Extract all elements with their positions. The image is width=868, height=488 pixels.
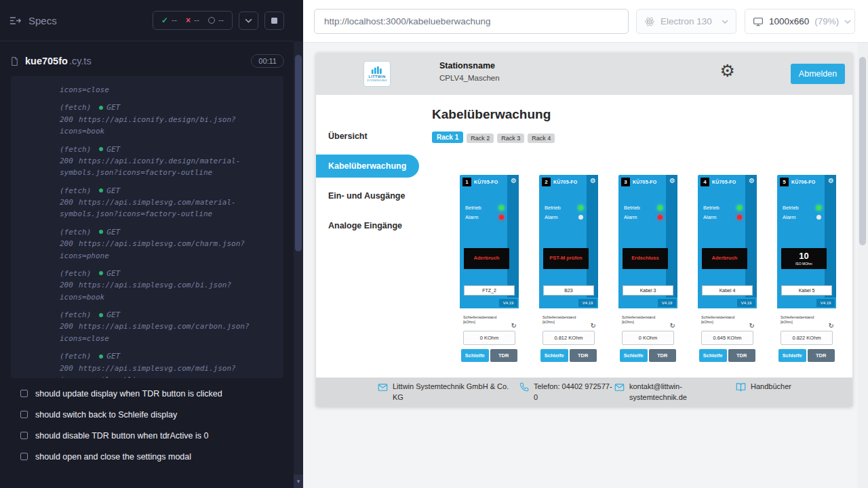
scroll-down-button[interactable]: ▾ (294, 474, 303, 488)
alarm-label: Alarm (465, 214, 479, 220)
schleife-button[interactable]: Schleife (461, 349, 489, 362)
alarm-led-row: Alarm (465, 214, 504, 220)
card-number: 4 (701, 178, 709, 186)
status-dot-icon (99, 271, 103, 275)
tdr-button[interactable]: TDR (728, 349, 756, 362)
collapse-button[interactable] (239, 12, 258, 30)
betrieb-led-row: Betrieb (545, 205, 583, 211)
run-stats[interactable]: ✓-- ×-- -- (153, 11, 233, 30)
command-log: icons=close (fetch)GET 200https://api.ic… (11, 76, 283, 378)
schleife-button[interactable]: Schleife (540, 349, 568, 362)
sidebar-menu-item[interactable]: Analoge Eingänge (316, 214, 419, 237)
log-entry[interactable]: (fetch)GET 200https://api.iconify.design… (60, 102, 275, 137)
log-entry[interactable]: (fetch)GET 200https://api.simplesvg.com/… (60, 268, 275, 303)
measurement-label: Schleifenwiderstand [kOhm] (542, 315, 588, 325)
logout-button[interactable]: Abmelden (791, 64, 845, 84)
cable-name: B23 (543, 285, 594, 296)
card-gear-icon[interactable]: ⚙ (590, 178, 596, 184)
test-item[interactable]: should update display when TDR button is… (0, 384, 294, 405)
refresh-icon[interactable]: ↻ (591, 323, 596, 329)
test-title: should disable TDR button when tdrActive… (35, 430, 208, 442)
footer-contact-item[interactable]: Littwin Systemtechnik GmbH & Co. KG (378, 382, 512, 403)
rack-tab[interactable]: Rack 3 (497, 134, 524, 143)
alarm-led (499, 215, 504, 220)
test-item[interactable]: should disable TDR button when tdrActive… (0, 426, 294, 447)
refresh-icon[interactable]: ↻ (749, 323, 755, 329)
test-item[interactable]: should switch back to Schleife display (0, 405, 294, 426)
measurement-value: 0 KOhm (463, 331, 515, 345)
browser-selector[interactable]: Electron 130 (636, 9, 736, 34)
footer-contact-item[interactable]: Handbücher (736, 382, 791, 392)
alarm-led (737, 215, 742, 220)
card-gear-icon[interactable]: ⚙ (828, 178, 834, 184)
left-scrollbar[interactable]: ▾ (294, 41, 303, 488)
card-gear-icon[interactable]: ⚙ (511, 178, 517, 184)
betrieb-label: Betrieb (465, 205, 481, 211)
tdr-button[interactable]: TDR (808, 349, 835, 362)
status-value: 10 (799, 251, 808, 260)
test-title: should switch back to Schleife display (35, 409, 177, 421)
footer-contact-item[interactable]: kontakt@littwin-systemtechnik.de (614, 382, 697, 403)
viewport-selector[interactable]: 1000x660 (79%) (745, 9, 855, 34)
schleife-button[interactable]: Schleife (620, 349, 648, 362)
log-entry[interactable]: (fetch)GET 200https://api.iconify.design… (60, 144, 275, 179)
rack-tab[interactable]: Rack 2 (467, 134, 494, 143)
footer-contact-item[interactable]: Telefon: 04402 972577-0 (519, 382, 614, 403)
log-entry[interactable]: (fetch)GET 200https://api.simplesvg.com/… (60, 185, 275, 220)
log-entry[interactable]: (fetch)GET 200https://api.simplesvg.com/… (60, 226, 275, 262)
sidebar-item-label: Ein- und Ausgänge (328, 191, 405, 201)
test-box-icon (20, 390, 28, 397)
card-gear-icon[interactable]: ⚙ (749, 178, 755, 184)
card-side-strip (666, 175, 677, 298)
chevron-down-icon (722, 20, 728, 24)
betrieb-led-row: Betrieb (703, 205, 742, 211)
page-scrollbar-thumb[interactable] (859, 57, 866, 245)
log-entry[interactable]: (fetch)GET 200https://api.simplesvg.com/… (60, 309, 275, 344)
specs-title: Specs (28, 15, 57, 26)
left-scrollbar-thumb[interactable] (295, 55, 302, 251)
refresh-icon[interactable]: ↻ (829, 323, 834, 329)
browser-toolbar: Electron 130 1000x660 (79%) (303, 0, 868, 43)
specs-toggle-icon[interactable] (9, 16, 22, 25)
tdr-button[interactable]: TDR (649, 349, 677, 362)
betrieb-led (658, 205, 663, 210)
firmware-version: V4.19 (737, 299, 755, 307)
specs-header: Specs ✓-- ×-- -- (0, 0, 294, 41)
station-block: Stationsname CPLV4_Maschen (439, 61, 500, 82)
card-gear-icon[interactable]: ⚙ (669, 178, 675, 184)
tdr-button[interactable]: TDR (490, 349, 518, 362)
logo-text: LITTWIN (368, 75, 385, 79)
device-card: 5 KÜ706-FO ⚙ Betrieb Alarm 10 ISO MOhm (777, 175, 836, 378)
schleife-button[interactable]: Schleife (699, 349, 727, 362)
card-measurement-section: Schleifenwiderstand [kOhm] ↻ 0 KOhm Schl… (460, 308, 519, 378)
betrieb-led-row: Betrieb (624, 205, 663, 211)
refresh-icon[interactable]: ↻ (670, 323, 675, 329)
rack-tab[interactable]: Rack 1 (432, 131, 463, 143)
card-side-strip (745, 175, 757, 298)
refresh-icon[interactable]: ↻ (511, 323, 517, 329)
rack-tab[interactable]: Rack 4 (528, 134, 555, 143)
passed-icon: ✓ (161, 16, 168, 25)
schleife-button[interactable]: Schleife (778, 349, 806, 362)
electron-icon (644, 16, 655, 27)
stop-button[interactable] (264, 12, 284, 30)
betrieb-led (737, 205, 742, 210)
log-entry[interactable]: (fetch)GET 200https://api.simplesvg.com/… (60, 350, 275, 378)
test-item[interactable]: should open and close the settings modal (0, 447, 294, 468)
stat-pending: -- (208, 16, 224, 25)
tdr-button[interactable]: TDR (570, 349, 597, 362)
spec-file-name: kue705fo (25, 56, 68, 66)
sidebar-menu-item[interactable]: Übersicht (316, 125, 419, 148)
spec-file-row[interactable]: kue705fo .cy.ts 00:11 (9, 54, 284, 68)
betrieb-label: Betrieb (783, 205, 799, 211)
footer-text: Telefon: 04402 972577-0 (534, 382, 614, 403)
alarm-led-row: Alarm (545, 214, 583, 220)
page-scrollbar[interactable] (857, 43, 868, 488)
sidebar-menu-item[interactable]: Ein- und Ausgänge (316, 184, 419, 207)
url-input[interactable] (314, 9, 629, 34)
sidebar-menu-item[interactable]: Kabelüberwachung (316, 155, 419, 178)
test-box-icon (20, 453, 28, 460)
settings-gear-icon[interactable]: ⚙ (720, 62, 735, 79)
measurement-value: 0.645 KOhm (701, 331, 753, 345)
card-model: KÜ705-FO (474, 180, 498, 184)
